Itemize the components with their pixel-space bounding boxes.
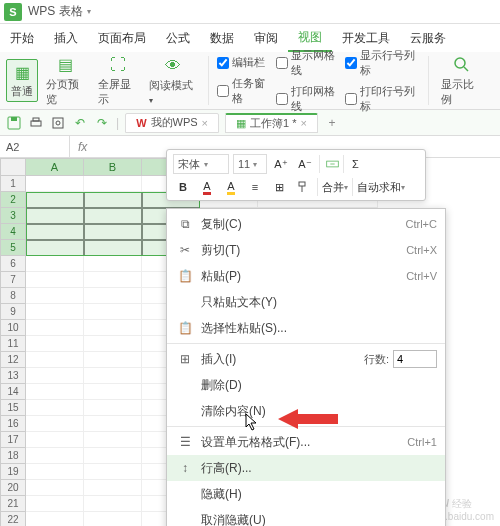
cell[interactable]: [26, 320, 84, 336]
cell[interactable]: [84, 176, 142, 192]
merge-button[interactable]: 合并▾: [317, 178, 348, 196]
col-head-A[interactable]: A: [26, 158, 84, 176]
align-icon[interactable]: ≡: [245, 178, 265, 196]
check-编辑栏[interactable]: 编辑栏: [217, 55, 272, 70]
ctx-只粘贴文本(Y)[interactable]: 只粘贴文本(Y): [167, 289, 445, 315]
decrease-font-icon[interactable]: A⁻: [295, 155, 315, 173]
cell[interactable]: [84, 288, 142, 304]
add-tab-icon[interactable]: +: [324, 115, 340, 131]
cell[interactable]: [26, 400, 84, 416]
cell[interactable]: [26, 352, 84, 368]
insert-rows-input[interactable]: [393, 350, 437, 368]
row-head-19[interactable]: 19: [0, 464, 26, 480]
row-head-4[interactable]: 4: [0, 224, 26, 240]
col-head-B[interactable]: B: [84, 158, 142, 176]
ctx-选择性粘贴(S)...[interactable]: 📋选择性粘贴(S)...: [167, 315, 445, 341]
cell[interactable]: [26, 448, 84, 464]
preview-icon[interactable]: [50, 115, 66, 131]
row-head-21[interactable]: 21: [0, 496, 26, 512]
mywps-tab[interactable]: W 我的WPS ×: [125, 113, 219, 133]
undo-icon[interactable]: ↶: [72, 115, 88, 131]
cell[interactable]: [26, 464, 84, 480]
cell[interactable]: [84, 320, 142, 336]
cell[interactable]: [26, 336, 84, 352]
cell[interactable]: [26, 272, 84, 288]
cell[interactable]: [26, 432, 84, 448]
row-head-15[interactable]: 15: [0, 400, 26, 416]
increase-font-icon[interactable]: A⁺: [271, 155, 291, 173]
fx-label[interactable]: fx: [70, 140, 95, 154]
bold-icon[interactable]: B: [173, 178, 193, 196]
row-head-22[interactable]: 22: [0, 512, 26, 526]
name-box[interactable]: A2: [0, 136, 70, 157]
row-head-7[interactable]: 7: [0, 272, 26, 288]
cell[interactable]: [84, 400, 142, 416]
cell[interactable]: [26, 176, 84, 192]
ctx-设置单元格格式(F)...[interactable]: ☰设置单元格格式(F)...Ctrl+1: [167, 429, 445, 455]
menu-开始[interactable]: 开始: [0, 24, 44, 52]
cell[interactable]: [84, 256, 142, 272]
cell[interactable]: [84, 368, 142, 384]
ctx-剪切(T)[interactable]: ✂剪切(T)Ctrl+X: [167, 237, 445, 263]
row-head-18[interactable]: 18: [0, 448, 26, 464]
cell[interactable]: [26, 368, 84, 384]
cell[interactable]: [26, 256, 84, 272]
cell[interactable]: [84, 272, 142, 288]
redo-icon[interactable]: ↷: [94, 115, 110, 131]
row-head-9[interactable]: 9: [0, 304, 26, 320]
close-icon[interactable]: ×: [300, 117, 306, 129]
font-select[interactable]: 宋体▾: [173, 154, 229, 174]
row-head-2[interactable]: 2: [0, 192, 26, 208]
row-head-6[interactable]: 6: [0, 256, 26, 272]
check-显示行号列标[interactable]: 显示行号列标: [345, 48, 421, 78]
font-color-icon[interactable]: A: [197, 178, 217, 196]
ctx-隐藏(H)[interactable]: 隐藏(H): [167, 481, 445, 507]
row-head-3[interactable]: 3: [0, 208, 26, 224]
select-all-corner[interactable]: [0, 158, 26, 176]
row-head-1[interactable]: 1: [0, 176, 26, 192]
cell[interactable]: [84, 336, 142, 352]
row-head-5[interactable]: 5: [0, 240, 26, 256]
cell[interactable]: [84, 448, 142, 464]
format-painter-icon[interactable]: [293, 178, 313, 196]
cell[interactable]: [84, 464, 142, 480]
cell[interactable]: [84, 496, 142, 512]
print-icon[interactable]: [28, 115, 44, 131]
font-size-select[interactable]: 11▾: [233, 154, 267, 174]
menu-插入[interactable]: 插入: [44, 24, 88, 52]
cell[interactable]: [26, 496, 84, 512]
ctx-行高(R)...[interactable]: ↕行高(R)...: [167, 455, 445, 481]
cell[interactable]: [26, 416, 84, 432]
row-head-16[interactable]: 16: [0, 416, 26, 432]
view-全屏显示[interactable]: ⛶全屏显示: [94, 53, 142, 109]
row-head-12[interactable]: 12: [0, 352, 26, 368]
row-head-20[interactable]: 20: [0, 480, 26, 496]
view-普通[interactable]: ▦普通: [6, 59, 38, 102]
autosum-icon[interactable]: Σ: [343, 155, 361, 173]
row-head-11[interactable]: 11: [0, 336, 26, 352]
cell[interactable]: [84, 352, 142, 368]
check-打印网格线[interactable]: 打印网格线: [276, 84, 341, 114]
ctx-删除(D)[interactable]: 删除(D): [167, 372, 445, 398]
cell[interactable]: [84, 512, 142, 526]
cell[interactable]: [26, 480, 84, 496]
cell[interactable]: [84, 480, 142, 496]
merge-icon[interactable]: [319, 155, 339, 173]
border-icon[interactable]: ⊞: [269, 178, 289, 196]
cell[interactable]: [84, 416, 142, 432]
cell[interactable]: [84, 304, 142, 320]
zoom-button[interactable]: 显示比例: [437, 53, 486, 109]
check-任务窗格[interactable]: 任务窗格: [217, 76, 272, 106]
cell[interactable]: [26, 288, 84, 304]
workbook-tab[interactable]: ▦ 工作簿1 * ×: [225, 113, 318, 133]
cell[interactable]: [26, 384, 84, 400]
check-显示网格线[interactable]: 显示网格线: [276, 48, 341, 78]
row-head-14[interactable]: 14: [0, 384, 26, 400]
save-icon[interactable]: [6, 115, 22, 131]
row-head-17[interactable]: 17: [0, 432, 26, 448]
ctx-取消隐藏(U)[interactable]: 取消隐藏(U): [167, 507, 445, 526]
cell[interactable]: [26, 512, 84, 526]
ctx-复制(C)[interactable]: ⧉复制(C)Ctrl+C: [167, 211, 445, 237]
cell[interactable]: [26, 304, 84, 320]
cell[interactable]: [84, 432, 142, 448]
